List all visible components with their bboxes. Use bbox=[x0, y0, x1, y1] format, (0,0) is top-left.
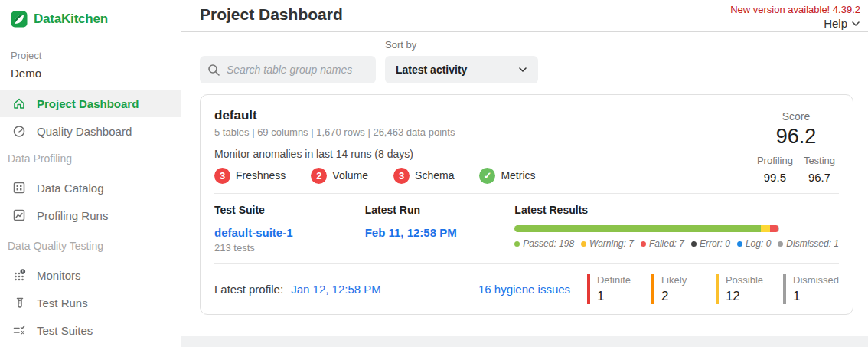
catalog-grid-icon bbox=[12, 181, 26, 195]
legend-dot-icon bbox=[581, 241, 586, 247]
issue-stat-value: 2 bbox=[661, 289, 696, 304]
anomaly-badge-freshness: 3Freshness bbox=[214, 168, 286, 184]
sort-by-label: Sort by bbox=[385, 39, 538, 51]
issue-stat-label: Possible bbox=[726, 274, 763, 286]
version-notice: New version available! 4.39.2 bbox=[730, 5, 860, 15]
sidebar-item-label: Data Catalog bbox=[37, 182, 104, 195]
sidebar-item-test-runs[interactable]: Test Runs bbox=[0, 289, 181, 316]
gauge-icon bbox=[12, 124, 26, 138]
legend-dot-icon bbox=[691, 241, 697, 247]
sort-select[interactable]: Latest activity bbox=[385, 56, 538, 83]
legend-item: Log: 0 bbox=[737, 238, 771, 249]
issue-stat-dismissed: Dismissed1 bbox=[783, 274, 839, 304]
anomaly-badge-schema: 3Schema bbox=[393, 168, 454, 184]
anomaly-label: Volume bbox=[332, 169, 368, 182]
table-group-name: default bbox=[214, 107, 753, 124]
sort-group: Sort by Latest activity bbox=[385, 39, 538, 83]
bar-segment-failed bbox=[770, 225, 778, 232]
legend-item: Failed: 7 bbox=[641, 238, 684, 249]
test-suite-count: 213 tests bbox=[214, 242, 365, 254]
issue-stat-possible: Possible12 bbox=[716, 274, 763, 304]
legend-text: Passed: 198 bbox=[523, 238, 574, 249]
sidebar-item-label: Test Suites bbox=[37, 324, 93, 337]
testing-score-label: Testing bbox=[804, 155, 835, 166]
anomaly-badge-volume: 2Volume bbox=[311, 168, 368, 184]
hygiene-issue-stats: Definite1Likely2Possible12Dismissed1 bbox=[587, 274, 839, 304]
main-header: Project Dashboard New version available!… bbox=[181, 0, 868, 32]
search-input[interactable] bbox=[227, 64, 364, 76]
bar-segment-warning bbox=[761, 225, 769, 232]
sidebar-item-project-dashboard[interactable]: Project Dashboard bbox=[0, 90, 181, 117]
legend-text: Warning: 7 bbox=[589, 238, 634, 249]
datakitchen-logo[interactable]: DataKitchen bbox=[0, 11, 181, 28]
latest-profile-label: Latest profile: bbox=[214, 283, 283, 296]
sidebar-item-label: Quality Dashboard bbox=[37, 125, 132, 138]
score-value: 96.2 bbox=[753, 125, 839, 149]
issue-stat-label: Dismissed bbox=[793, 274, 839, 286]
anomaly-label: Metrics bbox=[501, 169, 535, 182]
legend-item: Warning: 7 bbox=[581, 238, 634, 249]
sidebar-item-label: Profiling Runs bbox=[37, 209, 108, 222]
bar-segment-dismissed bbox=[778, 225, 779, 232]
card-divider bbox=[214, 263, 839, 264]
sidebar-item-monitors[interactable]: Monitors bbox=[0, 261, 181, 289]
sidebar-item-test-suites[interactable]: Test Suites bbox=[0, 316, 181, 344]
home-icon bbox=[12, 97, 26, 110]
sort-selected-value: Latest activity bbox=[396, 64, 467, 76]
brand-name: DataKitchen bbox=[34, 11, 108, 27]
sidebar-nav: Project Dashboard Quality Dashboard Data… bbox=[0, 90, 181, 344]
column-header-latest-results: Latest Results bbox=[514, 204, 839, 216]
anomaly-label: Schema bbox=[415, 169, 454, 182]
sidebar-item-data-catalog[interactable]: Data Catalog bbox=[0, 174, 181, 201]
sidebar-item-label: Test Runs bbox=[37, 296, 88, 309]
anomaly-count-badge: 3 bbox=[214, 168, 230, 184]
check-icon: ✓ bbox=[479, 168, 495, 184]
table-group-card: default 5 tables | 69 columns | 1,670 ro… bbox=[200, 94, 853, 315]
page-title: Project Dashboard bbox=[200, 3, 343, 26]
help-menu[interactable]: Help bbox=[824, 18, 860, 29]
score-block: Score 96.2 Profiling 99.5 Testing 96.7 bbox=[753, 107, 839, 184]
horizontal-scrollbar[interactable] bbox=[181, 336, 868, 347]
testing-score: Testing 96.7 bbox=[804, 155, 835, 184]
issue-stat-label: Definite bbox=[597, 274, 631, 286]
column-header-test-suite: Test Suite bbox=[214, 204, 365, 216]
chevron-down-icon bbox=[518, 67, 527, 73]
issue-stat-value: 12 bbox=[726, 289, 763, 304]
profiling-score-label: Profiling bbox=[757, 155, 793, 166]
sidebar-item-profiling-runs[interactable]: Profiling Runs bbox=[0, 201, 181, 229]
legend-item: Error: 0 bbox=[691, 238, 730, 249]
project-label: Project bbox=[11, 50, 181, 61]
issue-stat-label: Likely bbox=[661, 274, 696, 286]
anomaly-badge-metrics: ✓Metrics bbox=[479, 168, 535, 184]
sidebar-item-quality-dashboard[interactable]: Quality Dashboard bbox=[0, 117, 181, 145]
legend-text: Log: 0 bbox=[746, 238, 771, 249]
monitors-dots-icon bbox=[12, 268, 26, 282]
legend-text: Dismissed: 1 bbox=[786, 238, 839, 249]
anomaly-badges: 3Freshness2Volume3Schema✓Metrics bbox=[214, 167, 753, 184]
latest-profile-date-link[interactable]: Jan 12, 12:58 PM bbox=[291, 283, 381, 296]
chart-run-icon bbox=[12, 208, 26, 222]
table-group-stats: 5 tables | 69 columns | 1,670 rows | 26,… bbox=[214, 126, 753, 138]
latest-run-link[interactable]: Feb 11, 12:58 PM bbox=[365, 226, 457, 239]
testing-score-value: 96.7 bbox=[804, 171, 835, 184]
legend-text: Error: 0 bbox=[700, 238, 730, 249]
card-divider bbox=[214, 193, 839, 194]
anomaly-count-badge: 2 bbox=[311, 168, 327, 184]
issue-stat-value: 1 bbox=[793, 289, 839, 304]
column-header-latest-run: Latest Run bbox=[365, 204, 515, 216]
sidebar-item-label: Project Dashboard bbox=[37, 97, 139, 110]
hygiene-issues-link[interactable]: 16 hygiene issues bbox=[478, 283, 570, 296]
bar-segment-passed bbox=[514, 225, 761, 232]
search-icon bbox=[207, 64, 220, 77]
controls-row: Sort by Latest activity bbox=[200, 32, 868, 83]
legend-item: Dismissed: 1 bbox=[778, 238, 839, 249]
app-window: DataKitchen Project Demo Project Dashboa… bbox=[0, 0, 868, 347]
sidebar-section-data-profiling: Data Profiling bbox=[0, 152, 181, 165]
score-label: Score bbox=[753, 110, 839, 123]
checklist-icon bbox=[12, 323, 26, 337]
test-suite-link[interactable]: default-suite-1 bbox=[214, 226, 293, 239]
main-content: Project Dashboard New version available!… bbox=[181, 0, 868, 347]
search-box[interactable] bbox=[200, 56, 376, 83]
legend-dot-icon bbox=[737, 241, 742, 247]
results-progress-bar bbox=[514, 225, 779, 232]
